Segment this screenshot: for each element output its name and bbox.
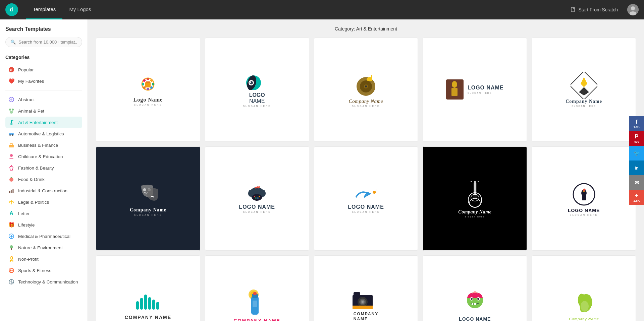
svg-point-30 (13, 202, 14, 203)
template-card[interactable]: Company Name SLOGAN HERE (96, 146, 200, 251)
sidebar-item-medical[interactable]: Medical & Pharmaceutical (5, 231, 82, 242)
template-card[interactable]: LOGO NAME SLOGAN HERE (314, 146, 418, 251)
svg-point-29 (9, 202, 10, 203)
template-card[interactable]: LOGO NAME SLOGAN HERE (423, 255, 527, 321)
template-card[interactable]: LOGO NAME SLOGAN HERE (532, 146, 636, 251)
sidebar-item-business[interactable]: Business & Finance (5, 139, 82, 151)
svg-rect-45 (143, 79, 146, 82)
business-icon (8, 142, 15, 148)
sidebar-item-food[interactable]: Food & Drink (5, 174, 82, 185)
template-card[interactable]: COMPANYNAME SLOGAN HERE (314, 255, 418, 321)
sidebar-item-lifestyle[interactable]: 🎁 Lifestyle (5, 219, 82, 231)
twitter-icon: 🐦 (634, 150, 640, 156)
food-icon (8, 176, 15, 183)
template-card[interactable]: LOGO NAME SLOGAN HERE (205, 146, 309, 251)
template-card[interactable]: Company Name SLOGAN HERE (532, 255, 636, 321)
svg-point-20 (10, 154, 13, 157)
industrial-icon (8, 187, 15, 194)
abstract-icon (8, 96, 15, 103)
sidebar-item-industrial[interactable]: Industrial & Construction (5, 185, 82, 196)
email-icon: ✉ (635, 180, 639, 186)
facebook-icon: f (636, 119, 637, 125)
lifestyle-icon: 🎁 (8, 221, 15, 228)
sidebar-item-technology[interactable]: Technology & Communication (5, 276, 82, 287)
svg-rect-83 (471, 181, 472, 182)
svg-rect-91 (148, 297, 151, 310)
template-card[interactable]: Company Name SLOGAN HERE (314, 38, 418, 142)
start-from-scratch-button[interactable]: Start From Scratch (567, 5, 622, 14)
popular-icon: ★ (8, 66, 15, 73)
sidebar-item-nature[interactable]: Nature & Environment (5, 242, 82, 253)
template-card[interactable]: LOGO NAME SLOGAN HERE (205, 38, 309, 142)
search-box[interactable]: 🔍 (5, 37, 82, 47)
svg-point-66 (262, 190, 266, 197)
pinterest-share-button[interactable]: P 490 (629, 131, 644, 146)
automotive-icon (8, 130, 15, 137)
template-card[interactable]: Company Name SLOGAN HERE (532, 38, 636, 142)
header: d Templates My Logos Start From Scratch (0, 0, 644, 19)
svg-rect-47 (146, 81, 150, 83)
svg-rect-93 (156, 302, 159, 310)
sidebar-item-nonprofit[interactable]: 🎗️ Non-Profit (5, 253, 82, 265)
pinterest-icon: P (635, 134, 639, 140)
svg-point-62 (143, 188, 146, 191)
svg-rect-98 (253, 292, 257, 295)
svg-rect-89 (140, 298, 143, 310)
svg-point-59 (452, 81, 457, 88)
svg-point-70 (255, 197, 257, 199)
svg-point-78 (470, 198, 480, 207)
email-share-button[interactable]: ✉ (629, 175, 644, 190)
twitter-share-button[interactable]: 🐦 (629, 146, 644, 160)
svg-rect-38 (147, 78, 149, 80)
svg-point-52 (250, 81, 251, 83)
svg-point-5 (630, 11, 636, 15)
sidebar: Search Templates 🔍 Categories ★ Popular … (0, 19, 88, 321)
art-entertainment-icon (8, 119, 15, 126)
svg-point-22 (11, 166, 12, 167)
svg-rect-60 (451, 88, 458, 96)
sidebar-item-abstract[interactable]: Abstract (5, 94, 82, 105)
svg-point-69 (254, 196, 255, 197)
audio-bars-logo (133, 291, 163, 315)
template-card[interactable]: COMPANY NAME SLOGAN HERE (96, 255, 200, 321)
svg-point-71 (257, 197, 259, 199)
categories-title: Categories (5, 55, 82, 60)
facebook-share-button[interactable]: f 1.9K (629, 116, 644, 131)
user-avatar[interactable] (627, 4, 639, 15)
music-arrow-logo (351, 184, 381, 204)
tab-my-logos[interactable]: My Logos (62, 0, 98, 19)
plus-share-button[interactable]: + 2.8K (629, 190, 644, 205)
app-logo[interactable]: d (5, 3, 18, 16)
diamond-spade-logo (571, 72, 597, 99)
legal-icon (8, 199, 15, 205)
svg-text:d: d (10, 7, 13, 12)
linkedin-share-button[interactable]: in (629, 160, 644, 175)
sidebar-item-popular[interactable]: ★ Popular (5, 64, 82, 75)
template-card[interactable]: Company Name slogan here (423, 146, 527, 251)
tab-templates[interactable]: Templates (26, 0, 62, 19)
template-card[interactable]: LOGO NAME SLOGAN HERE (423, 38, 527, 142)
svg-rect-88 (136, 301, 139, 310)
sidebar-item-art-entertainment[interactable]: Art & Entertainment (5, 117, 82, 128)
sidebar-item-sports[interactable]: Sports & Fitness (5, 265, 82, 276)
sidebar-item-childcare[interactable]: Childcare & Education (5, 151, 82, 162)
template-card[interactable]: Logo Name SLOGAN HERE (96, 38, 200, 142)
sidebar-item-fashion[interactable]: Fashion & Beauty (5, 162, 82, 174)
sidebar-item-letter[interactable]: A Letter (5, 208, 82, 219)
sports-icon (8, 267, 15, 274)
main-layout: Search Templates 🔍 Categories ★ Popular … (0, 19, 644, 321)
linkedin-icon: in (635, 166, 639, 171)
search-input[interactable] (18, 40, 77, 45)
social-bar: f 1.9K P 490 🐦 in ✉ + 2.8K (629, 116, 644, 205)
svg-point-16 (9, 134, 11, 136)
theater-mask-logo (135, 181, 161, 207)
sidebar-item-legal[interactable]: Legal & Politics (5, 196, 82, 208)
content-area: Category: Art & Entertainment (88, 19, 644, 321)
eye-logo (242, 72, 272, 92)
templates-grid: Logo Name SLOGAN HERE LOGO NAME (96, 38, 636, 321)
template-card[interactable]: COMPANY NAME SLOGAN HERE (205, 255, 309, 321)
sidebar-item-animal-pet[interactable]: Animal & Pet (5, 105, 82, 117)
sidebar-item-favorites[interactable]: ❤️ My Favorites (5, 75, 82, 87)
sidebar-item-automotive[interactable]: Automotive & Logistics (5, 128, 82, 139)
svg-point-9 (10, 99, 12, 101)
